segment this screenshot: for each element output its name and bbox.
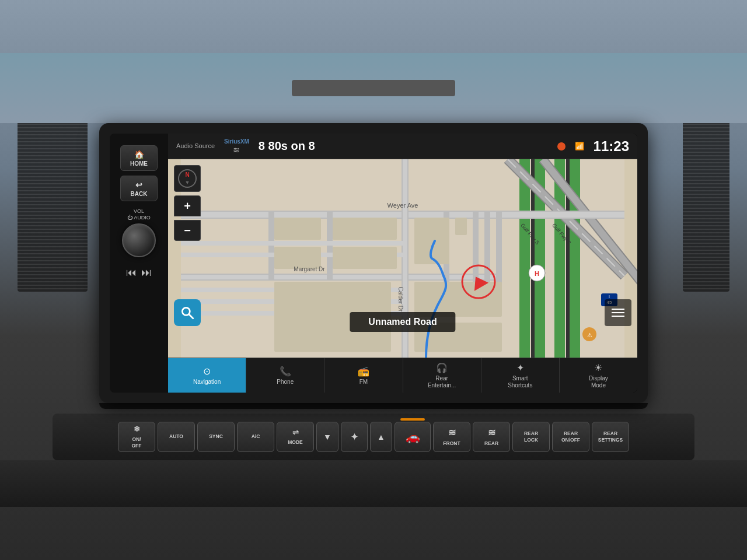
auto-button[interactable]: AUTO bbox=[158, 422, 195, 452]
physical-buttons: ❄ ON/OFF AUTO SYNC A/C ⇌ MODE ▼ ✦ ▲ bbox=[53, 414, 694, 460]
tab-fm[interactable]: 📻 FM bbox=[324, 358, 403, 393]
zoom-in-button[interactable]: + bbox=[174, 195, 201, 216]
rear-defrost-button[interactable]: ≋ REAR bbox=[473, 422, 510, 452]
svg-rect-30 bbox=[333, 218, 397, 240]
menu-button[interactable] bbox=[605, 299, 631, 326]
tab-navigation-label: Navigation bbox=[193, 379, 221, 386]
home-icon: 🏠 bbox=[134, 150, 144, 159]
volume-knob[interactable] bbox=[122, 223, 156, 257]
svg-rect-34 bbox=[455, 218, 467, 235]
compass-button[interactable]: N ▼ bbox=[174, 165, 201, 192]
sync-label: SYNC bbox=[209, 433, 223, 440]
bottom-area bbox=[0, 460, 747, 507]
station-name: 8 80s on 8 bbox=[259, 139, 548, 153]
clock: 11:23 bbox=[594, 138, 629, 155]
front-defrost-button[interactable]: ≋ FRONT bbox=[433, 422, 470, 452]
svg-text:Weyer Ave: Weyer Ave bbox=[388, 202, 418, 209]
ac-button[interactable]: A/C bbox=[237, 422, 274, 452]
rear-settings-button[interactable]: REARSETTINGS bbox=[592, 422, 629, 452]
car-icon: 🚗 bbox=[406, 430, 420, 444]
fan-on-off-label: ON/OFF bbox=[132, 436, 142, 449]
vol-section: VOL⏻ AUDIO bbox=[122, 208, 156, 257]
next-track-button[interactable]: ⏭ bbox=[141, 267, 152, 279]
home-button[interactable]: 🏠 HOME bbox=[120, 145, 158, 171]
screen: Audio Source SiriusXM ≋ 8 80s on 8 📶 11:… bbox=[168, 134, 637, 393]
phone-icon: 📞 bbox=[280, 366, 291, 377]
headphones-icon: 🎧 bbox=[436, 362, 448, 373]
svg-text:I: I bbox=[609, 295, 610, 299]
top-area bbox=[0, 53, 747, 123]
car-button[interactable]: 🚗 bbox=[395, 422, 431, 452]
svg-rect-32 bbox=[333, 247, 397, 269]
car-surround: 🏠 HOME ↩ BACK VOL⏻ AUDIO ⏮ ⏭ bbox=[0, 0, 747, 560]
mode-label: MODE bbox=[288, 439, 303, 446]
svg-rect-24 bbox=[181, 241, 403, 246]
orange-indicator bbox=[400, 418, 425, 421]
audio-source-label[interactable]: Audio Source bbox=[176, 142, 215, 150]
hamburger-icon bbox=[612, 309, 624, 317]
back-icon: ↩ bbox=[135, 180, 142, 190]
rear-on-off-label: REARON/OFF bbox=[561, 430, 580, 443]
right-vents bbox=[683, 117, 729, 292]
auto-label: AUTO bbox=[169, 433, 183, 440]
sync-button[interactable]: SYNC bbox=[197, 422, 235, 452]
smart-shortcuts-icon: ✦ bbox=[516, 362, 524, 373]
back-button[interactable]: ↩ BACK bbox=[120, 176, 158, 201]
tab-navigation[interactable]: ⊙ Navigation bbox=[168, 358, 246, 393]
tab-display-mode[interactable]: ☀ DisplayMode bbox=[560, 358, 637, 393]
compass-s-label: ▼ bbox=[185, 180, 190, 186]
home-label: HOME bbox=[130, 160, 148, 167]
fm-icon: 📻 bbox=[358, 366, 369, 377]
main-unit: 🏠 HOME ↩ BACK VOL⏻ AUDIO ⏮ ⏭ bbox=[99, 123, 648, 403]
fan-up-button[interactable]: ▲ bbox=[370, 422, 392, 452]
fan-center-icon: ✦ bbox=[350, 430, 359, 443]
map-area[interactable]: H I 45 Gulf Fwy S Gulf Fwy S Weyer Ave M… bbox=[168, 159, 637, 358]
fan-down-button[interactable]: ▼ bbox=[316, 422, 338, 452]
compass: N ▼ bbox=[178, 169, 197, 188]
vol-label: VOL⏻ AUDIO bbox=[127, 208, 151, 221]
tab-display-mode-label: DisplayMode bbox=[589, 375, 608, 389]
fan-down-icon: ▼ bbox=[323, 432, 331, 442]
rear-lock-button[interactable]: REARLOCK bbox=[512, 422, 550, 452]
rear-settings-label: REARSETTINGS bbox=[598, 430, 623, 443]
front-defrost-icon: ≋ bbox=[448, 427, 456, 439]
mode-icon: ⇌ bbox=[292, 428, 299, 438]
svg-rect-15 bbox=[181, 275, 502, 279]
screen-header: Audio Source SiriusXM ≋ 8 80s on 8 📶 11:… bbox=[168, 134, 637, 159]
search-button[interactable] bbox=[174, 299, 201, 326]
car-btn-wrapper: 🚗 bbox=[395, 422, 431, 452]
map-left-controls: N ▼ + − bbox=[174, 165, 201, 241]
tab-rear-entertainment[interactable]: 🎧 RearEntertain... bbox=[403, 358, 481, 393]
prev-track-button[interactable]: ⏮ bbox=[126, 267, 137, 279]
rear-lock-label: REARLOCK bbox=[524, 430, 538, 443]
display-mode-icon: ☀ bbox=[594, 362, 602, 373]
track-controls: ⏮ ⏭ bbox=[126, 267, 152, 279]
search-icon bbox=[180, 305, 195, 320]
signal-icon: 📶 bbox=[575, 142, 584, 150]
siriusxm-logo: SiriusXM bbox=[224, 138, 249, 145]
fan-on-off-button[interactable]: ❄ ON/OFF bbox=[118, 422, 155, 452]
svg-rect-29 bbox=[274, 218, 321, 240]
tab-fm-label: FM bbox=[359, 379, 368, 386]
mode-button[interactable]: ⇌ MODE bbox=[277, 422, 314, 452]
unit-bottom-strip bbox=[99, 403, 648, 409]
compass-n-label: N bbox=[185, 172, 189, 178]
svg-text:⚠: ⚠ bbox=[587, 332, 592, 338]
svg-rect-1 bbox=[519, 159, 530, 358]
tab-smart-shortcuts[interactable]: ✦ SmartShortcuts bbox=[481, 358, 560, 393]
rear-defrost-label: REAR bbox=[484, 440, 498, 447]
svg-text:Margaret Dr: Margaret Dr bbox=[294, 266, 325, 272]
tab-phone[interactable]: 📞 Phone bbox=[246, 358, 324, 393]
fan-icon: ❄ bbox=[134, 425, 140, 435]
fan-up-icon: ▲ bbox=[377, 432, 385, 442]
wifi-icon: ≋ bbox=[233, 145, 240, 155]
tab-smart-shortcuts-label: SmartShortcuts bbox=[508, 375, 532, 389]
left-controls: 🏠 HOME ↩ BACK VOL⏻ AUDIO ⏮ ⏭ bbox=[110, 134, 168, 393]
left-vents bbox=[18, 117, 88, 292]
svg-line-53 bbox=[189, 314, 193, 318]
svg-text:Calder Dr: Calder Dr bbox=[397, 287, 404, 312]
fan-speed-button[interactable]: ✦ bbox=[341, 422, 368, 452]
rear-defrost-icon: ≋ bbox=[488, 427, 495, 439]
zoom-out-button[interactable]: − bbox=[174, 220, 201, 241]
rear-on-off-button[interactable]: REARON/OFF bbox=[552, 422, 589, 452]
